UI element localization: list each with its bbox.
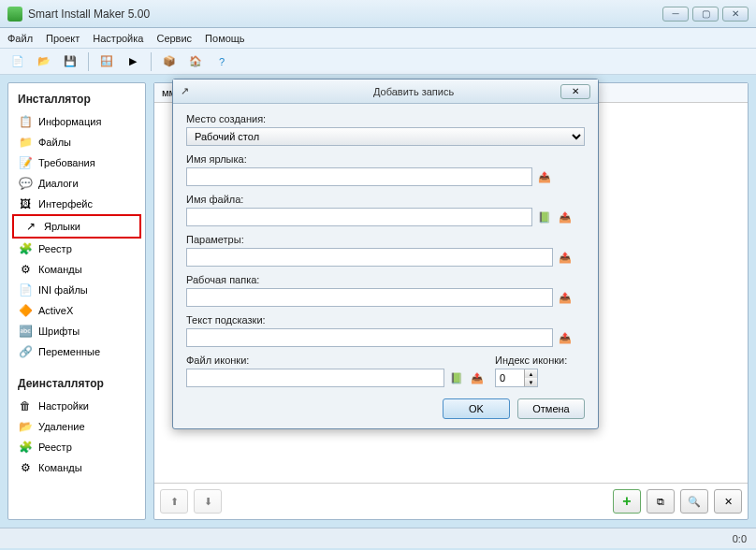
iconfile-label: Файл иконки:: [186, 355, 486, 366]
menu-service[interactable]: Сервис: [156, 33, 192, 44]
sidebar-item-label: Диалоги: [38, 178, 79, 189]
sidebar-item-label: Реестр: [38, 243, 72, 254]
remove-button[interactable]: ✕: [714, 489, 742, 514]
box-icon[interactable]: 📦: [159, 51, 180, 72]
interface-icon: 🖼: [18, 196, 33, 211]
dialog-title: Добавить запись: [373, 86, 560, 97]
sidebar-item-ini[interactable]: 📄INI файлы: [8, 280, 145, 300]
shortcut-name-input[interactable]: [186, 167, 532, 186]
sidebar-item-label: Команды: [38, 264, 82, 275]
browse-icon[interactable]: 📤: [536, 168, 553, 185]
status-time: 0:0: [733, 533, 747, 544]
shortcut-name-label: Имя ярлыка:: [186, 153, 585, 165]
sidebar-item-label: Удаление: [38, 421, 85, 432]
params-input[interactable]: [186, 248, 553, 267]
separator: [151, 52, 152, 71]
sidebar: Инсталлятор 📋Информация 📁Файлы 📝Требован…: [7, 82, 146, 520]
browse-icon[interactable]: 📤: [557, 249, 574, 266]
sidebar-item-label: Команды: [38, 462, 82, 473]
dialog-close-button[interactable]: ✕: [560, 84, 590, 99]
sidebar-uitem-delete[interactable]: 📂Удаление: [8, 416, 145, 437]
registry-icon: 🧩: [18, 241, 33, 256]
search-button[interactable]: 🔍: [680, 489, 708, 514]
sidebar-item-label: Ярлыки: [44, 221, 80, 232]
sidebar-item-shortcuts[interactable]: ↗Ярлыки: [12, 214, 141, 239]
location-select[interactable]: Рабочий стол: [186, 127, 585, 146]
files-icon: 📁: [18, 135, 33, 150]
commands-icon: ⚙: [18, 262, 33, 277]
sidebar-uitem-settings[interactable]: 🗑Настройки: [8, 396, 145, 416]
sidebar-item-variables[interactable]: 🔗Переменные: [8, 341, 145, 362]
dialog-titlebar: ↗ Добавить запись ✕: [173, 80, 598, 104]
location-label: Место создания:: [186, 113, 585, 124]
fonts-icon: 🔤: [18, 324, 33, 339]
app-logo-icon: [7, 7, 22, 22]
tooltip-label: Текст подсказки:: [186, 314, 585, 326]
minimize-button[interactable]: ─: [662, 7, 689, 22]
params-label: Параметры:: [186, 234, 585, 245]
sidebar-uitem-registry[interactable]: 🧩Реестр: [8, 437, 145, 457]
move-up-button[interactable]: ⬆: [160, 489, 188, 514]
sidebar-item-label: Информация: [38, 116, 101, 127]
home-icon[interactable]: 🏠: [185, 51, 206, 72]
sidebar-item-commands[interactable]: ⚙Команды: [8, 259, 145, 280]
filename-input[interactable]: [186, 208, 532, 226]
sidebar-uitem-commands[interactable]: ⚙Команды: [8, 457, 145, 478]
sidebar-item-label: Требования: [38, 157, 95, 168]
menu-help[interactable]: Помощь: [205, 33, 245, 44]
checklist-icon: 📝: [18, 155, 33, 170]
registry-icon: 🧩: [18, 440, 33, 455]
open-icon[interactable]: 📂: [34, 51, 54, 72]
sidebar-item-fonts[interactable]: 🔤Шрифты: [8, 321, 145, 341]
sidebar-item-files[interactable]: 📁Файлы: [8, 132, 145, 152]
help-icon[interactable]: ?: [211, 51, 232, 72]
sidebar-item-interface[interactable]: 🖼Интерфейс: [8, 194, 145, 214]
move-down-button[interactable]: ⬇: [194, 489, 222, 514]
close-window-button[interactable]: ✕: [722, 7, 749, 22]
run-icon[interactable]: ▶: [123, 51, 143, 72]
spin-up-icon[interactable]: ▲: [524, 369, 537, 378]
toolbar: 📄 📂 💾 🪟 ▶ 📦 🏠 ?: [0, 49, 756, 75]
sidebar-item-requirements[interactable]: 📝Требования: [8, 152, 145, 173]
tooltip-input[interactable]: [186, 328, 553, 347]
shortcut-icon: ↗: [23, 219, 38, 234]
cancel-button[interactable]: Отмена: [517, 398, 585, 419]
add-button[interactable]: +: [613, 489, 641, 514]
new-icon[interactable]: 📄: [7, 51, 28, 72]
browse-icon[interactable]: 📤: [557, 329, 574, 346]
sidebar-item-activex[interactable]: 🔶ActiveX: [8, 300, 145, 321]
sidebar-uninstaller-header: Деинсталлятор: [8, 371, 145, 396]
workdir-input[interactable]: [186, 288, 553, 307]
sidebar-item-label: INI файлы: [38, 284, 88, 296]
pick-file-icon[interactable]: 📗: [448, 369, 465, 386]
vars-icon: 🔗: [18, 344, 33, 359]
ok-button[interactable]: OK: [443, 398, 510, 419]
sidebar-item-dialogs[interactable]: 💬Диалоги: [8, 173, 145, 194]
sidebar-item-registry[interactable]: 🧩Реестр: [8, 239, 145, 259]
dialog-icon: 💬: [18, 176, 33, 191]
save-icon[interactable]: 💾: [60, 51, 80, 72]
menubar: Файл Проект Настройка Сервис Помощь: [0, 28, 756, 49]
iconfile-input[interactable]: [186, 369, 444, 387]
browse-icon[interactable]: 📤: [469, 369, 486, 386]
browse-icon[interactable]: 📤: [557, 289, 574, 306]
pick-file-icon[interactable]: 📗: [536, 209, 553, 225]
maximize-button[interactable]: ▢: [692, 7, 719, 22]
iconindex-spinner[interactable]: ▲▼: [495, 369, 538, 387]
menu-file[interactable]: Файл: [7, 33, 33, 44]
add-entry-dialog: ↗ Добавить запись ✕ Место создания: Рабо…: [172, 79, 599, 429]
menu-project[interactable]: Проект: [46, 33, 80, 44]
browse-icon[interactable]: 📤: [557, 209, 574, 225]
titlebar: Smart Install Maker 5.00 ─ ▢ ✕: [0, 0, 756, 28]
sidebar-item-label: Шрифты: [38, 326, 80, 337]
sidebar-item-label: Файлы: [38, 137, 71, 148]
spin-down-icon[interactable]: ▼: [524, 378, 537, 386]
ini-icon: 📄: [18, 282, 33, 297]
copy-button[interactable]: ⧉: [647, 489, 675, 514]
menu-settings[interactable]: Настройка: [93, 33, 143, 44]
sidebar-item-info[interactable]: 📋Информация: [8, 111, 145, 132]
window-icon[interactable]: 🪟: [96, 51, 117, 72]
window-title: Smart Install Maker 5.00: [28, 7, 662, 21]
info-icon: 📋: [18, 114, 33, 129]
statusbar: 0:0: [0, 528, 756, 548]
